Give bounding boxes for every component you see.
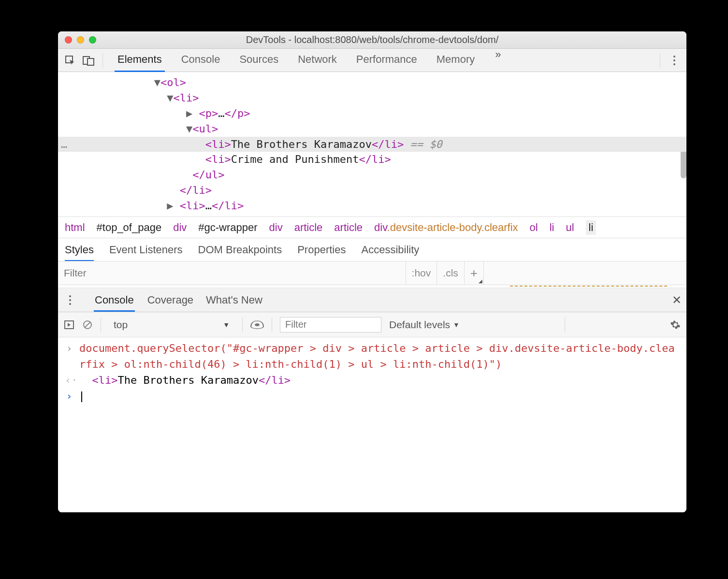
cls-toggle[interactable]: .cls (437, 261, 464, 285)
tab-console[interactable]: Console (178, 48, 223, 72)
dom-tree-node[interactable]: ▶ <p>…</p> (58, 106, 686, 121)
inspect-element-icon[interactable] (63, 53, 77, 68)
dom-tree-node[interactable]: </ul> (58, 167, 686, 183)
breadcrumb-bar: html#top_of_pagediv#gc-wrapperdivarticle… (58, 217, 686, 238)
subtab-styles[interactable]: Styles (65, 238, 94, 261)
tabs-overflow-icon[interactable]: » (491, 48, 505, 72)
dom-tree-node[interactable]: ▼<ul> (58, 121, 686, 137)
new-style-rule-button[interactable]: +◢ (464, 261, 483, 285)
breadcrumb-item[interactable]: #top_of_page (97, 221, 162, 234)
breadcrumb-item[interactable]: li (586, 220, 597, 235)
console-input-echo: › document.querySelector("#gc-wrapper > … (65, 340, 680, 372)
dom-tree-node[interactable]: ▶ <li>…</li> (58, 198, 686, 214)
breadcrumb-item[interactable]: ul (566, 221, 574, 234)
styles-body-peek (58, 285, 686, 288)
dom-tree[interactable]: ▼<ol> ▼<li> ▶ <p>…</p> ▼<ul>… <li>The Br… (58, 72, 686, 217)
console-body[interactable]: › document.querySelector("#gc-wrapper > … (58, 337, 686, 512)
console-sidebar-toggle-icon[interactable] (64, 319, 74, 330)
console-context-selector[interactable]: top▼ (109, 319, 234, 331)
console-filter-input[interactable] (280, 317, 381, 333)
breadcrumb-item[interactable]: ol (530, 221, 538, 234)
subtab-properties[interactable]: Properties (297, 244, 346, 256)
breadcrumb-item[interactable]: article (334, 221, 363, 234)
separator (660, 53, 660, 68)
main-tab-row: Elements Console Sources Network Perform… (115, 48, 653, 72)
live-expression-icon[interactable] (250, 318, 264, 332)
subtab-event-listeners[interactable]: Event Listeners (109, 244, 183, 256)
tab-elements[interactable]: Elements (115, 48, 165, 72)
settings-kebab-icon[interactable] (667, 53, 682, 68)
subtab-dom-breakpoints[interactable]: DOM Breakpoints (198, 244, 282, 256)
drawer-tabs: Console Coverage What's New ✕ (58, 288, 686, 312)
breadcrumb-item[interactable]: li (550, 221, 554, 234)
window-title: DevTools - localhost:8080/web/tools/chro… (58, 34, 686, 45)
styles-filter-input[interactable] (58, 261, 406, 285)
breadcrumb-item[interactable]: article (294, 221, 323, 234)
dom-tree-node[interactable]: <li>Crime and Punishment</li> (58, 152, 686, 167)
elements-subtabs: Styles Event Listeners DOM Breakpoints P… (58, 238, 686, 261)
device-toolbar-icon[interactable] (81, 53, 96, 68)
dom-tree-node[interactable]: ▼<li> (58, 90, 686, 106)
drawer-kebab-icon[interactable] (63, 293, 77, 307)
console-toolbar: top▼ Default levels▼ (58, 312, 686, 337)
devtools-window: DevTools - localhost:8080/web/tools/chro… (58, 31, 686, 512)
breadcrumb-item[interactable]: div (173, 221, 187, 234)
tab-sources[interactable]: Sources (236, 48, 281, 72)
titlebar: DevTools - localhost:8080/web/tools/chro… (58, 31, 686, 49)
breadcrumb-item[interactable]: html (65, 221, 85, 234)
dom-tree-node[interactable]: ▼<ol> (58, 75, 686, 90)
drawer-tab-whatsnew[interactable]: What's New (206, 294, 262, 306)
drawer-close-icon[interactable]: ✕ (672, 293, 682, 307)
separator (102, 53, 103, 68)
main-toolbar: Elements Console Sources Network Perform… (58, 49, 686, 72)
svg-line-5 (85, 322, 90, 328)
hov-toggle[interactable]: :hov (406, 261, 437, 285)
drawer-tab-console[interactable]: Console (94, 289, 135, 312)
tab-performance[interactable]: Performance (353, 48, 420, 72)
styles-filter-row: :hov .cls +◢ (58, 261, 686, 285)
dom-tree-node[interactable]: … <li>The Brothers Karamazov</li> == $0 (58, 137, 686, 152)
drawer-tab-coverage[interactable]: Coverage (147, 294, 193, 306)
tab-memory[interactable]: Memory (434, 48, 478, 72)
tab-network[interactable]: Network (295, 48, 340, 72)
log-levels-selector[interactable]: Default levels▼ (389, 319, 460, 331)
svg-rect-2 (87, 58, 94, 65)
clear-console-icon[interactable] (82, 319, 93, 330)
console-prompt[interactable]: › (65, 388, 680, 404)
breadcrumb-item[interactable]: #gc-wrapper (198, 221, 257, 234)
dom-tree-node[interactable]: </li> (58, 183, 686, 198)
subtab-accessibility[interactable]: Accessibility (361, 244, 419, 256)
console-settings-icon[interactable] (670, 319, 681, 330)
console-output[interactable]: ‹· <li>The Brothers Karamazov</li> (65, 372, 680, 388)
breadcrumb-item[interactable]: div.devsite-article-body.clearfix (374, 221, 518, 234)
breadcrumb-item[interactable]: div (269, 221, 283, 234)
